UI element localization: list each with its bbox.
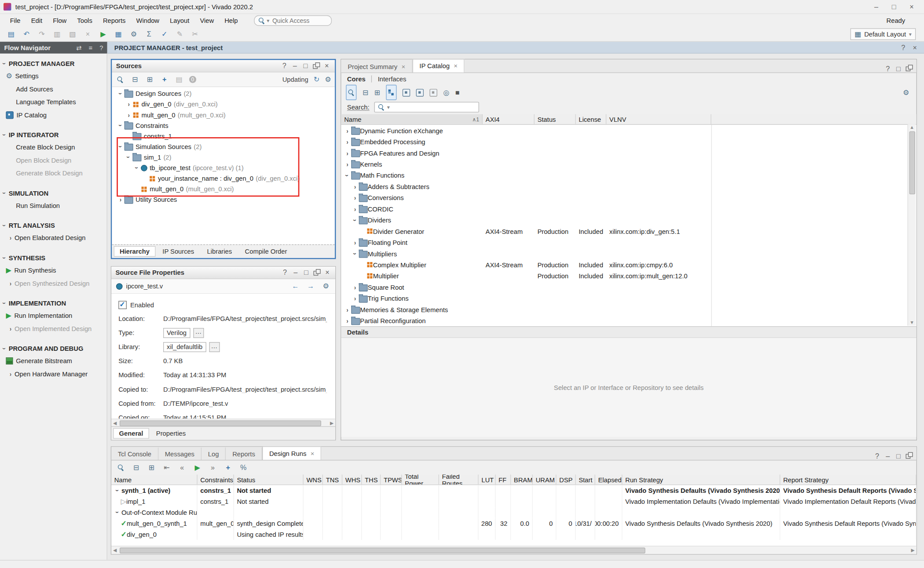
flow-section-header[interactable]: ›RTL ANALYSIS	[0, 219, 106, 231]
ip-tree-row[interactable]: ›Math Functions	[341, 170, 916, 181]
close-button[interactable]: ×	[908, 44, 917, 51]
column-header-tns[interactable]: TNS	[323, 474, 342, 484]
expander-icon[interactable]: ›	[117, 196, 124, 203]
design-run-row[interactable]: ›synth_1 (active)constrs_1Not startedViv…	[111, 485, 916, 496]
tree-row[interactable]: ›div_gen_0(div_gen_0.xci)	[112, 99, 334, 109]
tree-row[interactable]: ›constrs_1	[112, 131, 334, 141]
flow-section-header[interactable]: ›PROJECT MANAGER	[0, 57, 106, 69]
column-header-total-power[interactable]: Total Power	[402, 474, 439, 484]
target-button[interactable]: ◎	[443, 87, 449, 98]
expander-icon[interactable]: ›	[133, 165, 140, 171]
scroll-left-icon[interactable]: ◀	[111, 548, 118, 553]
column-header-start[interactable]: Start	[576, 474, 595, 484]
play-button[interactable]: ▶	[193, 462, 202, 473]
quick-access-input[interactable]	[271, 17, 321, 25]
sum-button[interactable]: Σ	[143, 28, 155, 40]
search-button[interactable]	[346, 85, 356, 100]
expander-icon[interactable]: ›	[126, 101, 132, 108]
expander-icon[interactable]: ›	[345, 138, 351, 145]
column-header-ff[interactable]: FF	[495, 474, 511, 484]
expander-icon[interactable]: ›	[344, 172, 351, 178]
expander-icon[interactable]: ›	[114, 510, 121, 516]
ip-tree-row[interactable]: ›Embedded Processing	[341, 136, 916, 147]
sfp-horizontal-scrollbar[interactable]: ◀ ▶	[111, 419, 335, 427]
menu-tools[interactable]: Tools	[72, 16, 98, 25]
forward-button[interactable]: →	[306, 280, 315, 292]
hierarchy-button[interactable]	[386, 85, 396, 100]
sidebar-item-run-synthesis[interactable]: ▶Run Synthesis	[0, 264, 106, 277]
runs-horizontal-scrollbar[interactable]: ◀ ▶	[111, 546, 916, 554]
next-button[interactable]: »	[208, 462, 217, 473]
expander-icon[interactable]: ›	[126, 111, 132, 118]
gear-icon[interactable]: ⚙	[903, 89, 909, 96]
subtab-interfaces[interactable]: Interfaces	[378, 75, 407, 82]
menu-flow[interactable]: Flow	[48, 16, 72, 25]
ip-tree-row[interactable]: ›Floating Point	[341, 237, 916, 248]
tab-design-runs[interactable]: Design Runs×	[262, 446, 321, 460]
tab-log[interactable]: Log	[202, 448, 226, 460]
menu-reports[interactable]: Reports	[98, 16, 131, 25]
column-header-status[interactable]: Status	[535, 114, 576, 124]
tab-ip-catalog[interactable]: IP Catalog×	[412, 59, 465, 73]
sidebar-item-run-implementation[interactable]: ▶Run Implementation	[0, 309, 106, 322]
scroll-right-icon[interactable]: ▶	[909, 548, 917, 553]
column-header-ths[interactable]: THS	[362, 474, 381, 484]
undo-button[interactable]: ↶	[20, 28, 33, 40]
tree-row[interactable]: ›Constraints	[112, 120, 334, 131]
menu-help[interactable]: Help	[219, 16, 243, 25]
first-button[interactable]: ⇤	[162, 462, 171, 473]
column-header-dsp[interactable]: DSP	[556, 474, 576, 484]
ip-tree-row[interactable]: ›CORDIC	[341, 203, 916, 214]
dock-button[interactable]: ⇄	[72, 44, 82, 51]
help-button[interactable]: ?	[95, 44, 103, 51]
maximize-button[interactable]: □	[885, 2, 903, 11]
delete-button[interactable]: ×	[81, 28, 94, 40]
float-button[interactable]	[905, 65, 913, 72]
column-header-license[interactable]: License	[576, 114, 606, 124]
maximize-button[interactable]: □	[895, 452, 902, 459]
tab-hierarchy[interactable]: Hierarchy	[114, 246, 155, 257]
column-header-report-strategy[interactable]: Report Strategy	[780, 474, 916, 484]
gear-button[interactable]: ⚙	[321, 280, 330, 292]
float-button[interactable]	[312, 62, 320, 69]
ip-tree-row[interactable]: ›Dividers	[341, 215, 916, 226]
minimize-button[interactable]: –	[292, 269, 299, 276]
sidebar-item-generate-bitstream[interactable]: Generate Bitstream	[0, 354, 106, 367]
ip-search-field[interactable]: ▾	[374, 102, 479, 113]
lock-button[interactable]	[430, 87, 437, 98]
menu-view[interactable]: View	[194, 16, 219, 25]
ip-tree-row[interactable]: ›FPGA Features and Design	[341, 147, 916, 158]
expander-icon[interactable]: ›	[117, 91, 124, 97]
flow-section-header[interactable]: ›SIMULATION	[0, 187, 106, 199]
sources-panel-header[interactable]: Sources ?–□×	[112, 60, 334, 73]
minimize-button[interactable]: –	[867, 2, 885, 11]
tree-row[interactable]: ›sim_1(2)	[112, 152, 334, 163]
column-header-failed-routes[interactable]: Failed Routes	[439, 474, 479, 484]
collapse-button[interactable]: ⊟	[130, 73, 139, 85]
gear-icon[interactable]: ⚙	[325, 76, 331, 83]
sidebar-item-open-block-design[interactable]: Open Block Design	[0, 154, 106, 167]
ip-tree-row[interactable]: ›Multipliers	[341, 248, 916, 259]
column-header-vlnv[interactable]: VLNV	[606, 114, 711, 124]
sidebar-item-add-sources[interactable]: Add Sources	[0, 83, 106, 95]
expand-button[interactable]: ⊞	[147, 462, 156, 473]
column-header-run-strategy[interactable]: Run Strategy	[622, 474, 780, 484]
flow-section-header[interactable]: ›IMPLEMENTATION	[0, 297, 106, 309]
sidebar-item-open-elaborated-design[interactable]: ›Open Elaborated Design	[0, 231, 106, 244]
tree-row[interactable]: ›tb_ipcore_test(ipcore_test.v) (1)	[112, 163, 334, 173]
maximize-button[interactable]: □	[895, 65, 902, 72]
stop-button[interactable]: ■	[455, 87, 460, 98]
close-icon[interactable]: ×	[402, 63, 406, 70]
help-button[interactable]: ?	[281, 269, 289, 276]
column-header-whs[interactable]: WHS	[342, 474, 362, 484]
expand-button[interactable]: ⊞	[145, 73, 154, 85]
scroll-left-icon[interactable]: ◀	[111, 420, 118, 426]
column-header-wns[interactable]: WNS	[304, 474, 323, 484]
expander-icon[interactable]: ›	[352, 183, 358, 190]
tab-general[interactable]: General	[113, 428, 149, 439]
scrollbar-thumb[interactable]	[120, 420, 321, 426]
search-button[interactable]	[116, 462, 125, 473]
help-button[interactable]: ?	[884, 65, 891, 72]
more-button[interactable]	[193, 328, 204, 338]
expander-icon[interactable]: ›	[345, 149, 351, 157]
